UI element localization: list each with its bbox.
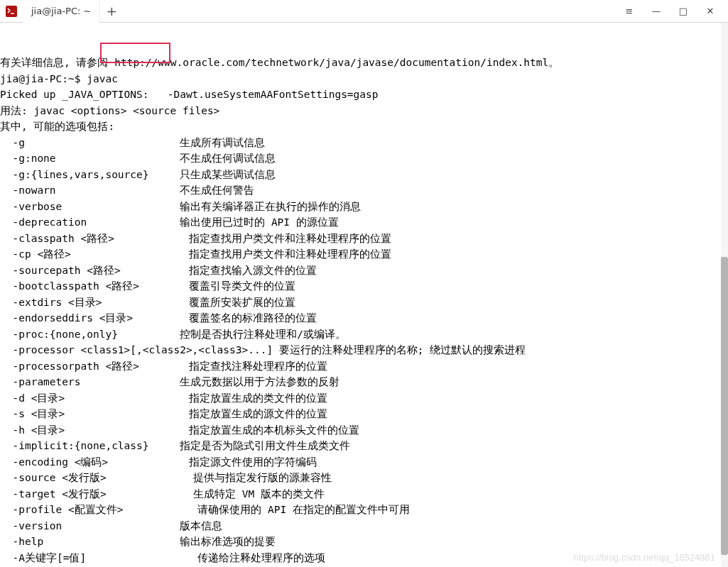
terminal-line: -target <发行版> 生成特定 VM 版本的类文件 — [0, 486, 728, 502]
terminal-tab[interactable]: jia@jia-PC: ~ — [23, 0, 100, 23]
menu-button[interactable]: ≡ — [623, 5, 636, 18]
terminal-line: -parameters 生成元数据以用于方法参数的反射 — [0, 374, 728, 390]
terminal-output[interactable]: 有关详细信息, 请参阅 http://www.oracle.com/techne… — [0, 23, 728, 567]
maximize-icon: □ — [679, 6, 688, 16]
terminal-line: -s <目录> 指定放置生成的源文件的位置 — [0, 406, 728, 422]
terminal-line: -extdirs <目录> 覆盖所安装扩展的位置 — [0, 294, 728, 311]
terminal-line: jia@jia-PC:~$ javac — [0, 71, 728, 87]
watermark: https://blog.csdn.net/qq_16524861 — [574, 552, 716, 563]
svg-rect-0 — [6, 6, 17, 17]
terminal-line: 其中, 可能的选项包括: — [0, 119, 728, 135]
new-tab-button[interactable]: + — [100, 0, 123, 23]
scrollbar-thumb[interactable] — [721, 257, 728, 555]
minimize-icon: — — [652, 6, 661, 16]
terminal-line: -processorpath <路径> 指定查找注释处理程序的位置 — [0, 358, 728, 375]
terminal-line: -bootclasspath <路径> 覆盖引导类文件的位置 — [0, 278, 728, 294]
window-controls: ≡ — □ ✕ — [623, 5, 728, 18]
terminal-line: -g 生成所有调试信息 — [0, 135, 728, 151]
close-button[interactable]: ✕ — [704, 5, 717, 18]
terminal-line: -d <目录> 指定放置生成的类文件的位置 — [0, 390, 728, 407]
terminal-line: Picked up _JAVA_OPTIONS: -Dawt.useSystem… — [0, 87, 728, 103]
tab-title: jia@jia-PC: ~ — [31, 6, 91, 16]
terminal-line: -implicit:{none,class} 指定是否为隐式引用文件生成类文件 — [0, 438, 728, 454]
terminal-line: 有关详细信息, 请参阅 http://www.oracle.com/techne… — [0, 55, 728, 71]
terminal-line: -sourcepath <路径> 指定查找输入源文件的位置 — [0, 263, 728, 279]
terminal-line: -deprecation 输出使用已过时的 API 的源位置 — [0, 214, 728, 231]
terminal-app-icon — [0, 0, 23, 23]
plus-icon: + — [107, 4, 117, 18]
terminal-line: -source <发行版> 提供与指定发行版的源兼容性 — [0, 470, 728, 486]
terminal-line: -profile <配置文件> 请确保使用的 API 在指定的配置文件中可用 — [0, 502, 728, 518]
terminal-line: 用法: javac <options> <source files> — [0, 103, 728, 119]
terminal-line: -proc:{none,only} 控制是否执行注释处理和/或编译。 — [0, 326, 728, 343]
terminal-line: -g:none 不生成任何调试信息 — [0, 150, 728, 167]
maximize-button[interactable]: □ — [677, 5, 690, 18]
terminal-line: -cp <路径> 指定查找用户类文件和注释处理程序的位置 — [0, 246, 728, 263]
terminal-line: -processor <class1>[,<class2>,<class3>..… — [0, 342, 728, 358]
scrollbar[interactable] — [721, 23, 728, 567]
close-icon: ✕ — [707, 6, 715, 16]
hamburger-icon: ≡ — [626, 6, 634, 16]
terminal-line: -encoding <编码> 指定源文件使用的字符编码 — [0, 454, 728, 470]
terminal-line: -help 输出标准选项的提要 — [0, 534, 728, 550]
terminal-line: -endorseddirs <目录> 覆盖签名的标准路径的位置 — [0, 310, 728, 326]
terminal-line: -h <目录> 指定放置生成的本机标头文件的位置 — [0, 422, 728, 439]
terminal-line: -g:{lines,vars,source} 只生成某些调试信息 — [0, 167, 728, 183]
terminal-line: -verbose 输出有关编译器正在执行的操作的消息 — [0, 199, 728, 215]
minimize-button[interactable]: — — [650, 5, 663, 18]
terminal-line: -classpath <路径> 指定查找用户类文件和注释处理程序的位置 — [0, 231, 728, 247]
titlebar: jia@jia-PC: ~ + ≡ — □ ✕ — [0, 0, 728, 23]
terminal-line: -nowarn 不生成任何警告 — [0, 182, 728, 199]
terminal-line: -version 版本信息 — [0, 518, 728, 534]
